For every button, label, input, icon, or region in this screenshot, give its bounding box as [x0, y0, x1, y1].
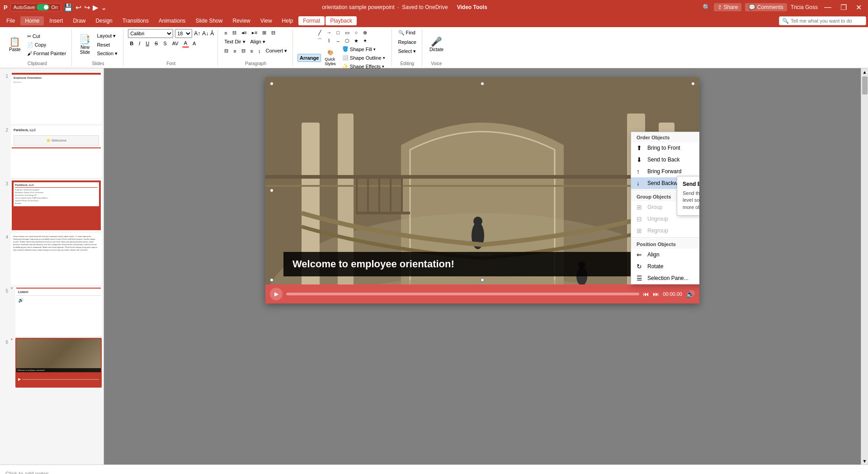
font-color-button[interactable]: A — [182, 39, 189, 47]
char-spacing-button[interactable]: AV — [170, 40, 180, 47]
bold-button[interactable]: B — [128, 40, 135, 47]
handle-ml[interactable] — [270, 189, 274, 192]
slide-item-4[interactable]: 4 Venmo fashion are squid activated char… — [2, 233, 102, 285]
scroll-down-arrow[interactable]: ▼ — [861, 457, 868, 465]
slide-thumb-1[interactable]: Employee Orientation AutoSave — [11, 72, 102, 124]
comments-button[interactable]: 💬 Comments — [745, 3, 787, 11]
ribbon-search-input[interactable] — [791, 18, 863, 24]
menu-slideshow[interactable]: Slide Show — [191, 16, 227, 25]
convert-smartart-button[interactable]: Convert ▾ — [264, 47, 289, 55]
paste-button[interactable]: 📋 Paste — [6, 35, 24, 54]
clear-format-button[interactable]: Ā — [210, 30, 214, 37]
menu-animations[interactable]: Animations — [154, 16, 190, 25]
select-button[interactable]: Select ▾ — [396, 47, 418, 55]
right-scrollbar[interactable]: ▲ ▼ — [861, 68, 868, 465]
shape-more1[interactable]: ⊕ — [361, 29, 369, 36]
present-icon[interactable]: ▶ — [93, 3, 98, 12]
ribbon-search-box[interactable]: 🔍 — [779, 16, 866, 25]
slide-thumb-6[interactable]: Welcome to employee orientation! ▶ — [15, 338, 102, 387]
search-icon-title[interactable]: 🔍 — [703, 4, 710, 11]
italic-button[interactable]: I — [137, 40, 142, 47]
bring-to-front-item[interactable]: ⬆ Bring to Front — [631, 142, 699, 154]
align-center-button[interactable]: ≡ — [231, 47, 238, 55]
notes-bar[interactable]: Click to add notes — [0, 465, 868, 474]
shape-arrow[interactable]: → — [325, 29, 333, 36]
menu-draw[interactable]: Draw — [68, 16, 90, 25]
columns-button[interactable]: ⊟ — [269, 29, 277, 37]
shape-connector[interactable]: ⌇ — [325, 37, 333, 44]
align-left-button[interactable]: ⊟ — [222, 47, 230, 55]
shadow-button[interactable]: S — [161, 40, 168, 47]
progress-bar[interactable] — [286, 293, 639, 295]
dictate-button[interactable]: 🎤 Dictate — [427, 35, 446, 54]
format-painter-button[interactable]: 🖌 Format Painter — [25, 50, 68, 57]
selection-pane-item[interactable]: ☰ Selection Pane... — [631, 272, 699, 284]
shape-more2[interactable]: ⌣ — [334, 37, 342, 44]
slide-item-5[interactable]: 5 * Listen! 🔊 — [2, 287, 102, 336]
font-family-select[interactable]: Calibri — [128, 29, 173, 38]
arrange-button[interactable]: Arrange — [297, 54, 321, 62]
align-right-button[interactable]: ⊟ — [240, 47, 247, 55]
slide-item-2[interactable]: 2 ParkDeck, LLC ⭐ Welcome — [2, 126, 102, 178]
shape-fill-button[interactable]: 🪣 Shape Fill ▾ — [340, 45, 378, 53]
skip-back-button[interactable]: ⏮ — [643, 290, 649, 298]
shape-curve[interactable]: ⌒ — [316, 37, 324, 44]
handle-bc[interactable] — [481, 278, 484, 282]
menu-format[interactable]: Format — [298, 16, 325, 25]
smartart-button[interactable]: ⊞ — [260, 29, 268, 37]
text-direction-button[interactable]: Text Dir ▾ — [222, 38, 247, 46]
section-button[interactable]: Section ▾ — [95, 50, 119, 57]
new-slide-button[interactable]: 📑 NewSlide — [76, 33, 93, 57]
shape-ellipse[interactable]: ○ — [352, 29, 360, 36]
menu-help[interactable]: Help — [278, 16, 298, 25]
increase-indent-button[interactable]: ▸≡ — [250, 29, 259, 37]
autosave-toggle[interactable] — [37, 4, 49, 10]
menu-file[interactable]: File — [2, 16, 19, 25]
send-to-back-item[interactable]: ⬇ Send to Back — [631, 154, 699, 166]
align-item[interactable]: ⇐ Align ▶ — [631, 249, 699, 261]
font-size-select[interactable]: 18 — [175, 29, 192, 38]
strikethrough-button[interactable]: S — [153, 40, 160, 47]
menu-insert[interactable]: Insert — [45, 16, 67, 25]
scroll-track[interactable] — [861, 76, 868, 457]
notes-placeholder[interactable]: Click to add notes — [5, 471, 48, 474]
handle-tc[interactable] — [481, 82, 484, 85]
numbering-button[interactable]: ⊟ — [231, 29, 238, 37]
shape-outline-button[interactable]: ⬜ Shape Outline ▾ — [340, 54, 388, 62]
shape-more3[interactable]: ✦ — [361, 37, 369, 44]
play-button[interactable]: ▶ — [270, 288, 283, 300]
justify-button[interactable]: ≡ — [249, 47, 255, 55]
minimize-button[interactable]: — — [821, 3, 834, 11]
slide-thumb-2[interactable]: ParkDeck, LLC ⭐ Welcome — [11, 126, 102, 178]
scroll-thumb[interactable] — [862, 76, 868, 95]
slide-thumb-5[interactable]: Listen! 🔊 — [15, 287, 102, 336]
menu-transitions[interactable]: Transitions — [118, 16, 153, 25]
menu-design[interactable]: Design — [91, 16, 117, 25]
volume-icon[interactable]: 🔊 — [686, 290, 695, 299]
restore-button[interactable]: ❐ — [838, 3, 849, 12]
slide-thumb-4[interactable]: Venmo fashion are squid activated charco… — [11, 233, 102, 285]
menu-playback[interactable]: Playback — [326, 16, 357, 25]
menu-review[interactable]: Review — [228, 16, 255, 25]
copy-button[interactable]: 📄 Copy — [25, 41, 68, 49]
shape-star[interactable]: ★ — [352, 37, 360, 44]
slide-thumb-3[interactable]: ParkDeck, LLC Employee Handbook (sample)… — [11, 180, 102, 232]
layout-button[interactable]: Layout ▾ — [95, 32, 119, 40]
cut-button[interactable]: ✂ Cut — [25, 33, 68, 40]
underline-button[interactable]: U — [144, 40, 151, 47]
menu-home[interactable]: Home — [20, 16, 44, 25]
menu-view[interactable]: View — [256, 16, 277, 25]
decrease-indent-button[interactable]: ◂≡ — [240, 29, 249, 37]
shape-block[interactable]: ⬡ — [343, 37, 351, 44]
share-button[interactable]: ⇪ Share — [714, 3, 741, 11]
skip-forward-button[interactable]: ⏭ — [653, 290, 659, 298]
scroll-up-arrow[interactable]: ▲ — [861, 68, 868, 76]
bullets-button[interactable]: ≡ — [222, 29, 229, 37]
replace-button[interactable]: Replace — [396, 38, 418, 46]
align-text-button[interactable]: Align ▾ — [249, 38, 268, 46]
slide-item-3[interactable]: 3 ParkDeck, LLC Employee Handbook (sampl… — [2, 180, 102, 232]
shape-round-rect[interactable]: ▭ — [343, 29, 351, 36]
redo-icon[interactable]: ↪ — [84, 3, 90, 12]
quick-save-icon[interactable]: 💾 — [64, 3, 73, 12]
slide-canvas[interactable]: Welcome to employee orientation! ▶ ⏮ ⏭ 0… — [265, 77, 699, 303]
